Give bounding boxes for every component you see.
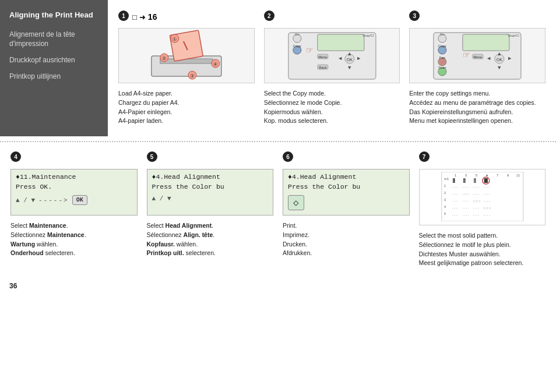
svg-text:· · · ·: · · · · bbox=[473, 213, 479, 217]
svg-text:①: ① bbox=[173, 37, 177, 42]
svg-text:●: ● bbox=[485, 174, 488, 177]
step-2-image: On Stop/Cl Copy Menu OK bbox=[264, 28, 400, 83]
step-4-ok-button[interactable]: OK bbox=[72, 195, 87, 205]
step-6-lcd-line2: Press the Color bu bbox=[288, 183, 404, 190]
svg-text:Fax: Fax bbox=[439, 56, 445, 59]
step-6-text: Print. Imprimez. Drucken. Afdrukken. bbox=[283, 221, 410, 258]
step-4-button-row: ▲ / ▼ -----> OK bbox=[16, 195, 132, 205]
sidebar: Aligning the Print Head Alignement de la… bbox=[0, 0, 108, 136]
step-2-number: 2 bbox=[264, 10, 275, 21]
svg-text:11: 11 bbox=[516, 174, 520, 177]
svg-text:Back: Back bbox=[319, 66, 327, 69]
svg-text:OK: OK bbox=[346, 58, 352, 62]
svg-text:· · · ·: · · · · bbox=[452, 206, 458, 210]
svg-text:Scan: Scan bbox=[438, 66, 446, 69]
step-2-svg: On Stop/Cl Copy Menu OK bbox=[265, 30, 400, 82]
svg-text:: : : :: : : : : bbox=[462, 192, 469, 196]
step-4-header: 4 bbox=[10, 151, 138, 164]
step-1: 1 □ ➜ 16 bbox=[114, 6, 259, 130]
svg-text:▲: ▲ bbox=[497, 51, 502, 56]
step-3-header: 3 bbox=[409, 10, 546, 23]
step-5-header: 5 bbox=[147, 151, 274, 164]
svg-text:On: On bbox=[295, 33, 300, 36]
sidebar-title3: Druckkopf ausrichten bbox=[9, 55, 98, 65]
svg-text:▼: ▼ bbox=[497, 65, 502, 70]
step-1-icon: □ ➜ 16 bbox=[132, 12, 157, 22]
svg-text:· · · ·: · · · · bbox=[483, 192, 490, 196]
step-3: 3 On Stop/Cl Copy Fax Scan bbox=[404, 6, 550, 130]
step-7-pattern: m1 1 2 3 4 5 1 3 5 ● 7 9 11 bbox=[419, 169, 546, 225]
steps-row-2: 4 ♦11.Maintenance Press OK. ▲ / ▼ ----->… bbox=[6, 147, 550, 273]
step-6-color-button[interactable]: ◇ bbox=[288, 195, 304, 210]
svg-text:Stop/Cl: Stop/Cl bbox=[508, 34, 519, 37]
step-4-lcd-line2: Press OK. bbox=[16, 183, 132, 190]
step-3-text: Enter the copy settings menu. Accédez au… bbox=[409, 89, 546, 126]
svg-text:►: ► bbox=[356, 55, 361, 61]
step-5-text: Select Head Alignment. Sélectionnez Alig… bbox=[147, 221, 274, 258]
sidebar-title4: Printkop uitlijnen bbox=[9, 72, 98, 81]
step-1-svg: ① ② ③ ④ bbox=[119, 30, 254, 82]
svg-text::: :: ::: :: :: :: bbox=[473, 199, 480, 203]
svg-text:Stop/Cl: Stop/Cl bbox=[363, 34, 374, 37]
svg-text:On: On bbox=[440, 33, 445, 36]
step-2: 2 On Stop/Cl Copy bbox=[259, 6, 405, 130]
svg-text:◄: ◄ bbox=[337, 55, 343, 61]
step-3-svg: On Stop/Cl Copy Fax Scan Menu OK ◄ ► bbox=[410, 30, 545, 82]
svg-text:Menu: Menu bbox=[318, 55, 327, 59]
step-5-button-row: ▲ / ▼ bbox=[152, 195, 269, 202]
step-4-dashes: -----> bbox=[38, 197, 69, 204]
svg-text:④: ④ bbox=[213, 62, 217, 67]
step-1-image: ① ② ③ ④ bbox=[118, 28, 255, 83]
svg-text:Menu: Menu bbox=[474, 55, 483, 59]
svg-text:· · · ·: · · · · bbox=[462, 213, 469, 217]
step-4-lcd: ♦11.Maintenance Press OK. ▲ / ▼ -----> O… bbox=[10, 169, 138, 216]
step-1-header: 1 □ ➜ 16 bbox=[118, 10, 255, 23]
svg-text:▲: ▲ bbox=[347, 51, 352, 56]
svg-text:Copy: Copy bbox=[293, 44, 301, 48]
step-7: 7 m1 1 2 3 4 5 1 3 5 ● bbox=[414, 147, 551, 273]
step-5-lcd: ♦4.Head Alignment Press the Color bu ▲ /… bbox=[147, 169, 274, 216]
svg-rect-31 bbox=[463, 34, 509, 51]
svg-text:②: ② bbox=[162, 56, 166, 61]
step-4-lcd-line1: ♦11.Maintenance bbox=[16, 173, 132, 181]
step-5-lcd-line2: Press the Color bu bbox=[152, 183, 269, 190]
step-3-image: On Stop/Cl Copy Fax Scan Menu OK ◄ ► bbox=[409, 28, 546, 83]
step-2-text: Select the Copy mode. Sélectionnez le mo… bbox=[264, 89, 400, 126]
steps-row-1: 1 □ ➜ 16 bbox=[114, 6, 550, 130]
step-5-lcd-line1: ♦4.Head Alignment bbox=[152, 173, 269, 181]
svg-text:· · · ·: · · · · bbox=[483, 213, 490, 217]
step-6-lcd: ♦4.Head Alignment Press the Color bu ◇ bbox=[283, 169, 410, 216]
svg-text:· · · ·: · · · · bbox=[462, 206, 469, 210]
svg-text:►: ► bbox=[508, 55, 513, 61]
svg-text:· · · ·: · · · · bbox=[452, 192, 458, 196]
step-6-header: 6 bbox=[283, 151, 410, 164]
step-5-arrows: ▲ / ▼ bbox=[152, 195, 171, 202]
svg-text:· · · ·: · · · · bbox=[452, 213, 458, 217]
step-6-number: 6 bbox=[283, 151, 293, 162]
steps-top: 1 □ ➜ 16 bbox=[108, 0, 556, 136]
step-1-number: 1 bbox=[118, 10, 129, 21]
svg-text:· · · ·: · · · · bbox=[452, 185, 458, 189]
svg-text:③: ③ bbox=[190, 73, 194, 79]
svg-text:☞: ☞ bbox=[463, 50, 470, 59]
step-5: 5 ♦4.Head Alignment Press the Color bu ▲… bbox=[142, 147, 279, 273]
svg-text:◄: ◄ bbox=[487, 55, 492, 61]
svg-text:OK: OK bbox=[497, 58, 502, 62]
svg-text:m1: m1 bbox=[444, 177, 449, 181]
svg-text:· · · ·: · · · · bbox=[473, 206, 479, 210]
step-1-text: Load A4-size paper. Chargez du papier A4… bbox=[118, 89, 255, 126]
step-6: 6 ♦4.Head Alignment Press the Color bu ◇… bbox=[278, 147, 414, 273]
svg-text:Copy: Copy bbox=[438, 44, 446, 48]
svg-text:· · · ·: · · · · bbox=[462, 199, 469, 203]
step-4-arrows: ▲ / ▼ bbox=[16, 197, 35, 204]
bottom-section: 4 ♦11.Maintenance Press OK. ▲ / ▼ ----->… bbox=[0, 147, 556, 278]
step-7-header: 7 bbox=[419, 151, 546, 164]
svg-text:☞: ☞ bbox=[306, 45, 314, 55]
svg-text:▼: ▼ bbox=[347, 65, 352, 70]
step-7-text: Select the most solid pattern. Sélection… bbox=[419, 231, 546, 268]
svg-text:· · · ·: · · · · bbox=[483, 199, 490, 203]
step-2-header: 2 bbox=[264, 10, 400, 23]
page-number: 36 bbox=[0, 278, 556, 296]
sidebar-title2: Alignement de la tête d'impression bbox=[9, 30, 98, 48]
step-5-number: 5 bbox=[147, 151, 157, 162]
